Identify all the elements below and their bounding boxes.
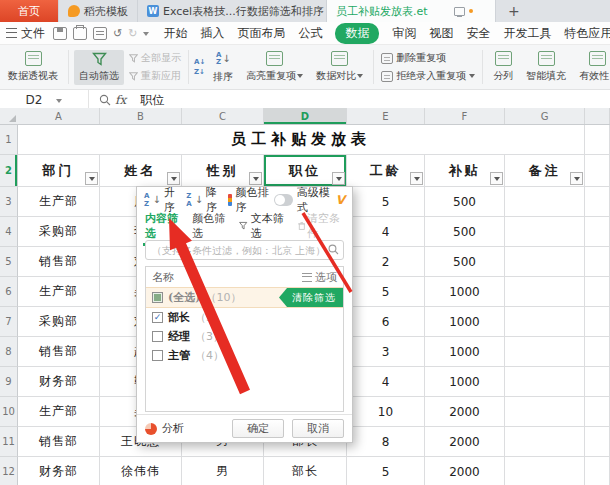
empty-cell[interactable] [585,397,610,427]
column-header-B[interactable]: B [100,108,182,124]
empty-cell[interactable] [585,217,610,247]
header-cell-note[interactable]: 备注 [505,155,585,187]
menu-formulas[interactable]: 公式 [298,25,322,42]
cell-note[interactable] [505,367,585,397]
header-cell-title-selected[interactable]: 职位 [264,155,347,187]
cell-note[interactable] [505,397,585,427]
tab-docer[interactable]: 稻壳模板 [59,0,138,22]
cell-dept[interactable]: 生产部 [18,397,100,427]
data-validation-button[interactable]: 有效性 [574,49,610,85]
cell-dept[interactable]: 销售部 [18,247,100,277]
cell-note[interactable] [505,337,585,367]
tab-text-filter[interactable]: 文本筛选 [239,211,287,241]
cell-note[interactable] [505,187,585,217]
data-compare-button[interactable]: 数据对比 [311,49,368,85]
empty-cell[interactable] [585,277,610,307]
empty-cell[interactable] [585,155,610,187]
clear-filter-conditions-button[interactable]: 清空条件 [298,211,344,241]
cell-gender[interactable]: 男 [182,457,264,485]
filter-dropdown-button[interactable] [85,172,98,185]
zoom-formula-icon[interactable] [99,94,111,106]
cell-years[interactable]: 5 [347,457,425,485]
checkbox-checked[interactable]: ✓ [152,312,163,323]
ok-button[interactable]: 确定 [232,419,284,438]
checkbox-unchecked[interactable] [152,350,163,361]
column-header-D-selected[interactable]: D [264,108,347,124]
empty-cell[interactable] [585,457,610,485]
checkbox-unchecked[interactable] [152,331,163,342]
tab-current-sheet[interactable]: S 员工补贴发放表.et [327,0,496,22]
empty-cell[interactable] [585,125,610,155]
filter-dropdown-button[interactable] [570,172,583,185]
cell-years[interactable]: 8 [347,427,425,457]
tab-home[interactable]: 首页 [0,0,59,22]
menu-security[interactable]: 安全 [466,25,490,42]
pivot-table-button[interactable]: 数据透视表 [3,49,63,85]
auto-filter-button[interactable]: 自动筛选 [74,50,124,85]
cell-subsidy[interactable]: 2000 [425,397,505,427]
remove-duplicates-button[interactable]: 删除重复项 [381,51,475,65]
cell-title[interactable]: 部长 [264,457,347,485]
cell-years[interactable]: 4 [347,367,425,397]
cell-dept[interactable]: 生产部 [18,277,100,307]
sheet-title-cell[interactable]: 员工补贴发放表 [18,125,585,155]
row-header-1[interactable]: 1 [0,125,18,155]
header-cell-years[interactable]: 工龄 [347,155,425,187]
cell-subsidy[interactable]: 1000 [425,307,505,337]
list-item[interactable]: 主管 （4） [146,346,343,365]
file-menu-button[interactable]: 文件 [6,25,45,42]
save-icon[interactable] [53,27,67,40]
cell-note[interactable] [505,277,585,307]
row-header-2[interactable]: 2 [0,155,18,187]
sort-button[interactable]: AZ↓ 排序 [208,49,238,86]
cell-years[interactable]: 5 [347,277,425,307]
quickbar-dropdown-icon[interactable] [143,32,149,39]
cell-note[interactable] [505,247,585,277]
highlight-duplicates-button[interactable]: 高亮重复项 [241,49,308,85]
empty-cell[interactable] [585,247,610,277]
filter-dropdown-button[interactable] [249,172,262,185]
formula-content[interactable]: 职位 [140,92,164,109]
cell-dept[interactable]: 财务部 [18,367,100,397]
row-header[interactable]: 6 [0,277,18,307]
column-header-H-partial[interactable] [585,108,610,124]
cell-note[interactable] [505,427,585,457]
name-box[interactable]: D2 [0,90,89,110]
cell-subsidy[interactable]: 2000 [425,427,505,457]
menu-review[interactable]: 审阅 [392,25,416,42]
cell-dept[interactable]: 财务部 [18,457,100,485]
print-preview-icon[interactable] [93,27,107,40]
options-button[interactable]: 选项 [302,270,337,285]
column-header-C[interactable]: C [182,108,264,124]
cell-years[interactable]: 4 [347,217,425,247]
header-cell-subsidy[interactable]: 补贴 [425,155,505,187]
filter-dropdown-button[interactable] [167,172,180,185]
undo-icon[interactable]: ↺ [113,28,122,39]
row-header[interactable]: 11 [0,427,18,457]
row-header[interactable]: 5 [0,247,18,277]
sort-asc-desc-icons[interactable]: A↓Z↓ [194,58,205,76]
clear-filter-badge[interactable]: 清除筛选 [279,288,343,307]
tab-color-filter[interactable]: 颜色筛选 [192,211,229,241]
row-header[interactable]: 9 [0,367,18,397]
cancel-button[interactable]: 取消 [292,419,344,438]
cell-years[interactable]: 5 [347,187,425,217]
row-header[interactable]: 3 [0,187,18,217]
cell-subsidy[interactable]: 2000 [425,457,505,485]
cell-years[interactable]: 10 [347,397,425,427]
show-all-button[interactable]: 全部显示 [129,51,181,65]
cell-name[interactable]: 徐伟伟 [100,457,182,485]
empty-cell[interactable] [585,367,610,397]
new-tab-button[interactable]: + [496,0,532,22]
row-header[interactable]: 12 [0,457,18,485]
cell-dept[interactable]: 销售部 [18,337,100,367]
cell-dept[interactable]: 销售部 [18,427,100,457]
header-cell-dept[interactable]: 部门 [18,155,100,187]
cell-subsidy[interactable]: 1000 [425,337,505,367]
fx-icon[interactable]: fx [115,93,126,107]
menu-view[interactable]: 视图 [429,25,453,42]
tab-web-document[interactable]: W Excel表格技...行数据筛选和排序 [138,0,327,22]
cell-subsidy[interactable]: 500 [425,187,505,217]
cell-note[interactable] [505,307,585,337]
empty-cell[interactable] [585,307,610,337]
